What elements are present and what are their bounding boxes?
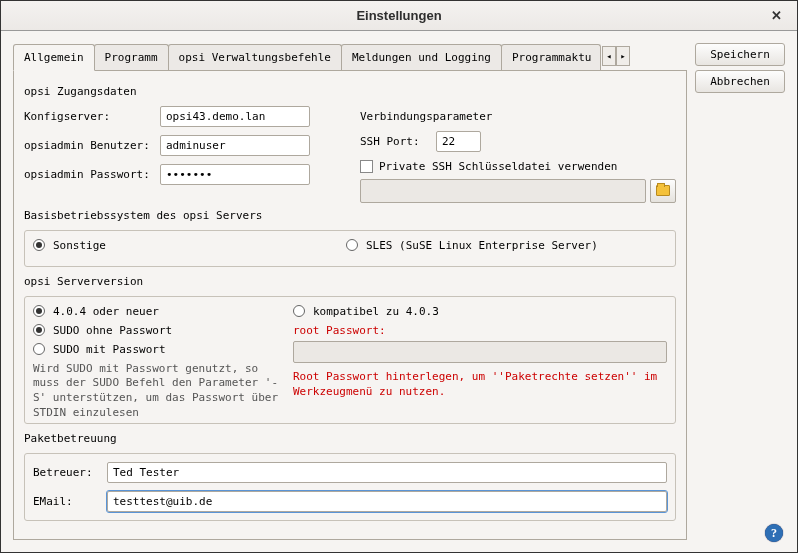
- save-button[interactable]: Speichern: [695, 43, 785, 66]
- side-buttons: Speichern Abbrechen: [695, 43, 785, 540]
- maintenance-section-title: Paketbetreuung: [24, 432, 676, 445]
- titlebar: Einstellungen ✕: [1, 1, 797, 31]
- window-title: Einstellungen: [356, 8, 441, 23]
- opsiadmin-user-label: opsiadmin Benutzer:: [24, 139, 154, 152]
- ssh-keyfile-label: Private SSH Schlüsseldatei verwenden: [379, 160, 617, 173]
- connection-section-title: Verbindungsparameter: [360, 110, 676, 123]
- opsiadmin-user-input[interactable]: [160, 135, 310, 156]
- ssh-keyfile-browse-button[interactable]: [650, 179, 676, 203]
- email-label: EMail:: [33, 495, 101, 508]
- configserver-label: Konfigserver:: [24, 110, 154, 123]
- root-pw-label: root Passwort:: [293, 324, 667, 337]
- tab-logging[interactable]: Meldungen und Logging: [341, 44, 502, 70]
- ver-compat-radio[interactable]: [293, 305, 305, 317]
- tab-scroll-arrows: ◂ ▸: [602, 46, 630, 66]
- os-sles-label: SLES (SuSE Linux Enterprise Server): [366, 239, 598, 252]
- sudo-note: Wird SUDO mit Passwort genutzt, so muss …: [33, 362, 283, 421]
- ver-sudo-pw-label: SUDO mit Passwort: [53, 343, 166, 356]
- close-icon[interactable]: ✕: [771, 8, 787, 24]
- root-pw-input[interactable]: [293, 341, 667, 363]
- ver-404-radio[interactable]: [33, 305, 45, 317]
- version-section-title: opsi Serverversion: [24, 275, 676, 288]
- ver-404-label: 4.0.4 oder neuer: [53, 305, 159, 318]
- folder-icon: [656, 185, 670, 196]
- tab-strip: Allgemein Programm opsi Verwaltungsbefeh…: [13, 43, 687, 71]
- opsiadmin-pass-input[interactable]: [160, 164, 310, 185]
- os-section-title: Basisbetriebssystem des opsi Servers: [24, 209, 676, 222]
- ver-sudo-pw-radio[interactable]: [33, 343, 45, 355]
- tab-scroll-right-icon[interactable]: ▸: [616, 46, 630, 66]
- root-pw-note: Root Passwort hinterlegen, um ''Paketrec…: [293, 369, 667, 400]
- os-other-label: Sonstige: [53, 239, 106, 252]
- maintainer-label: Betreuer:: [33, 466, 101, 479]
- ssh-keyfile-path-input[interactable]: [360, 179, 646, 203]
- access-section-title: opsi Zugangsdaten: [24, 85, 676, 98]
- os-group: Sonstige SLES (SuSE Linux Enterprise Ser…: [24, 230, 676, 267]
- ssh-keyfile-checkbox[interactable]: [360, 160, 373, 173]
- content-area: Allgemein Programm opsi Verwaltungsbefeh…: [1, 31, 797, 552]
- configserver-input[interactable]: [160, 106, 310, 127]
- tab-updates[interactable]: Programmaktu: [501, 44, 601, 70]
- ssh-port-input[interactable]: [436, 131, 481, 152]
- opsiadmin-pass-label: opsiadmin Passwort:: [24, 168, 154, 181]
- main-column: Allgemein Programm opsi Verwaltungsbefeh…: [13, 43, 687, 540]
- tab-general[interactable]: Allgemein: [13, 44, 95, 71]
- ver-sudo-nopw-label: SUDO ohne Passwort: [53, 324, 172, 337]
- os-sles-radio[interactable]: [346, 239, 358, 251]
- email-input[interactable]: [107, 491, 667, 512]
- os-other-radio[interactable]: [33, 239, 45, 251]
- tab-scroll-left-icon[interactable]: ◂: [602, 46, 616, 66]
- ssh-port-label: SSH Port:: [360, 135, 430, 148]
- maintenance-group: Betreuer: EMail:: [24, 453, 676, 521]
- settings-window: Einstellungen ✕ Allgemein Programm opsi …: [0, 0, 798, 553]
- maintainer-input[interactable]: [107, 462, 667, 483]
- cancel-button[interactable]: Abbrechen: [695, 70, 785, 93]
- tab-panel-general: opsi Zugangsdaten Konfigserver: opsiadmi…: [13, 71, 687, 540]
- help-icon[interactable]: ?: [765, 524, 783, 542]
- ver-compat-label: kompatibel zu 4.0.3: [313, 305, 439, 318]
- ver-sudo-nopw-radio[interactable]: [33, 324, 45, 336]
- tab-opsi-commands[interactable]: opsi Verwaltungsbefehle: [168, 44, 342, 70]
- version-group: 4.0.4 oder neuer SUDO ohne Passwort SUDO…: [24, 296, 676, 424]
- tab-program[interactable]: Programm: [94, 44, 169, 70]
